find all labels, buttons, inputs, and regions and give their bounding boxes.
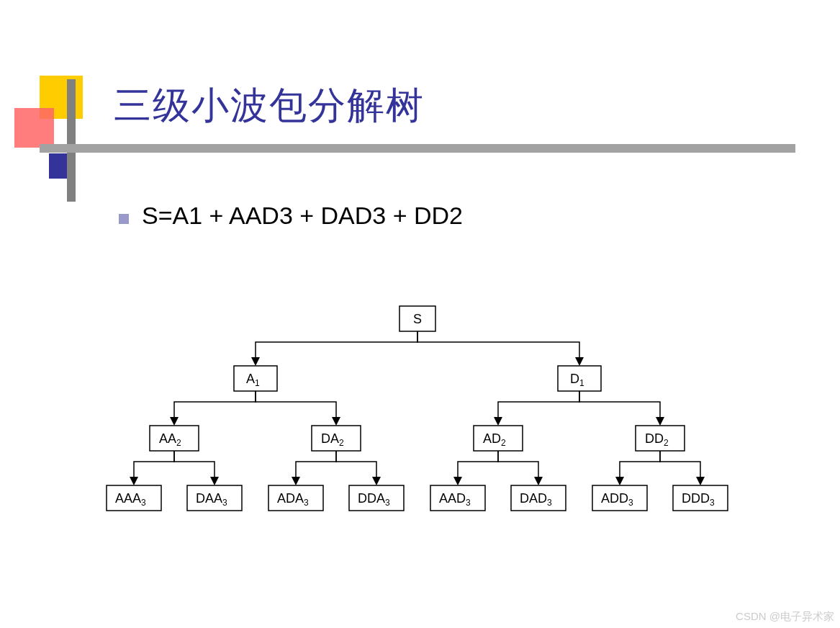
formula-text: S=A1 + AAD3 + DAD3 + DD2 (142, 202, 463, 230)
watermark: CSDN @电子异术家 (736, 610, 834, 624)
edge-S-A1 (256, 331, 417, 364)
edge-DD2-ADD3 (620, 451, 660, 483)
node-A1: A1 (234, 366, 277, 391)
title-decoration (14, 76, 115, 191)
node-AA2: AA2 (150, 426, 199, 451)
slide-title: 三级小波包分解树 (114, 81, 425, 131)
node-AD2: AD2 (474, 426, 523, 451)
tree-diagram: S A1 D1 AA2 DA2 AD2 DD2 AAA3 (94, 302, 741, 533)
edge-DD2-DDD3 (660, 451, 700, 483)
node-AAA3: AAA3 (107, 485, 161, 511)
deco-horizontal-bar (40, 144, 795, 153)
edge-AD2-AAD3 (458, 451, 498, 483)
edge-D1-AD2 (498, 391, 579, 423)
node-DAA3: DAA3 (187, 485, 242, 511)
edge-DA2-ADA3 (296, 451, 336, 483)
label-S: S (413, 312, 422, 326)
node-DDA3: DDA3 (349, 485, 404, 511)
bullet-icon (119, 214, 129, 224)
edge-DA2-DDA3 (336, 451, 376, 483)
edge-AA2-AAA3 (134, 451, 174, 483)
edge-A1-DA2 (256, 391, 336, 423)
node-DD2: DD2 (636, 426, 685, 451)
node-DAD3: DAD3 (511, 485, 566, 511)
edge-AA2-DAA3 (174, 451, 214, 483)
edge-D1-DD2 (579, 391, 660, 423)
deco-vertical-bar (67, 79, 76, 202)
bullet-row: S=A1 + AAD3 + DAD3 + DD2 (119, 202, 463, 230)
edge-A1-AA2 (174, 391, 256, 423)
node-DA2: DA2 (312, 426, 361, 451)
edge-S-D1 (417, 331, 579, 364)
deco-square-red (14, 108, 54, 148)
node-S: S (399, 306, 435, 331)
node-ADD3: ADD3 (592, 485, 647, 511)
node-AAD3: AAD3 (430, 485, 485, 511)
node-D1: D1 (558, 366, 601, 391)
node-ADA3: ADA3 (268, 485, 323, 511)
edge-AD2-DAD3 (498, 451, 538, 483)
node-DDD3: DDD3 (673, 485, 728, 511)
tree-svg: S A1 D1 AA2 DA2 AD2 DD2 AAA3 (94, 302, 741, 533)
